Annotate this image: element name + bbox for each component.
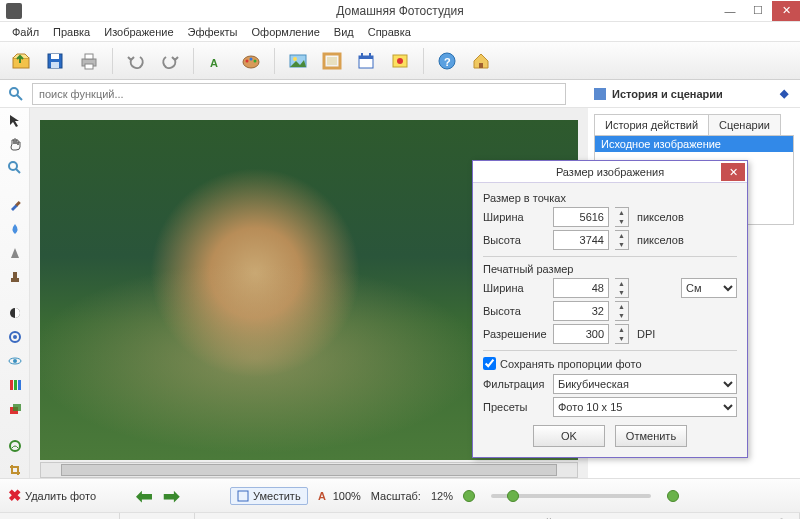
svg-rect-32 bbox=[11, 278, 19, 282]
frame-icon[interactable] bbox=[317, 46, 347, 76]
hand-tool-icon[interactable] bbox=[5, 136, 25, 152]
resolution-label: Разрешение bbox=[483, 328, 547, 340]
bottom-toolbar: ✖ Удалить фото ⬅ ➡ Уместить A 100% Масшт… bbox=[0, 478, 800, 512]
rgb-tool-icon[interactable] bbox=[5, 377, 25, 393]
dialog-close-button[interactable]: ✕ bbox=[721, 163, 745, 181]
home-icon[interactable] bbox=[466, 46, 496, 76]
height-cm-spinner[interactable]: ▲▼ bbox=[615, 301, 629, 321]
save-icon[interactable] bbox=[40, 46, 70, 76]
open-icon[interactable] bbox=[6, 46, 36, 76]
dialog-title: Размер изображения bbox=[556, 166, 664, 178]
menu-help[interactable]: Справка bbox=[362, 24, 417, 40]
adjust-tool-icon[interactable] bbox=[5, 329, 25, 345]
text-icon[interactable]: A bbox=[202, 46, 232, 76]
contrast-tool-icon[interactable] bbox=[5, 305, 25, 321]
unit-select[interactable]: См bbox=[681, 278, 737, 298]
svg-rect-39 bbox=[14, 380, 17, 390]
layers-tool-icon[interactable] bbox=[5, 401, 25, 417]
sharpen-tool-icon[interactable] bbox=[5, 245, 25, 261]
delete-photo-button[interactable]: ✖ Удалить фото bbox=[8, 486, 96, 505]
svg-rect-44 bbox=[238, 491, 248, 501]
menu-decorate[interactable]: Оформление bbox=[246, 24, 326, 40]
svg-rect-15 bbox=[327, 57, 337, 65]
height-px-spinner[interactable]: ▲▼ bbox=[615, 230, 629, 250]
menu-image[interactable]: Изображение bbox=[98, 24, 179, 40]
svg-rect-38 bbox=[10, 380, 13, 390]
undo-icon[interactable] bbox=[121, 46, 151, 76]
crop-tool-icon[interactable] bbox=[5, 462, 25, 478]
status-hint: Используйте колесо прокрутки для изменен… bbox=[195, 513, 800, 519]
tab-history[interactable]: История действий bbox=[594, 114, 709, 135]
eye-tool-icon[interactable] bbox=[5, 353, 25, 369]
menu-view[interactable]: Вид bbox=[328, 24, 360, 40]
svg-text:?: ? bbox=[444, 56, 451, 68]
scale-value: 12% bbox=[431, 490, 453, 502]
svg-line-26 bbox=[17, 95, 22, 100]
search-input[interactable] bbox=[32, 83, 566, 105]
prev-button[interactable]: ⬅ bbox=[136, 484, 153, 508]
svg-point-28 bbox=[9, 162, 17, 170]
brush-tool-icon[interactable] bbox=[5, 197, 25, 213]
search-icon bbox=[6, 84, 26, 104]
zoom-tool-icon[interactable] bbox=[5, 160, 25, 176]
app-title: Домашняя Фотостудия bbox=[0, 4, 800, 18]
keep-proportions-checkbox[interactable]: Сохранять пропорции фото bbox=[483, 357, 737, 370]
print-icon[interactable] bbox=[74, 46, 104, 76]
calendar-icon[interactable] bbox=[351, 46, 381, 76]
heal-tool-icon[interactable] bbox=[5, 438, 25, 454]
resolution-spinner[interactable]: ▲▼ bbox=[615, 324, 629, 344]
width-label: Ширина bbox=[483, 211, 547, 223]
x-icon: ✖ bbox=[8, 486, 21, 505]
svg-rect-31 bbox=[13, 272, 17, 278]
fit-button[interactable]: Уместить bbox=[230, 487, 308, 505]
preset-select[interactable]: Фото 10 x 15 bbox=[553, 397, 737, 417]
svg-rect-5 bbox=[85, 54, 93, 59]
horizontal-scrollbar[interactable] bbox=[40, 462, 578, 478]
cancel-button[interactable]: Отменить bbox=[615, 425, 687, 447]
next-button[interactable]: ➡ bbox=[163, 484, 180, 508]
menu-edit[interactable]: Правка bbox=[47, 24, 96, 40]
filter-select[interactable]: Бикубическая bbox=[553, 374, 737, 394]
svg-point-37 bbox=[13, 359, 17, 363]
width-px-spinner[interactable]: ▲▼ bbox=[615, 207, 629, 227]
help-icon[interactable]: ? bbox=[432, 46, 462, 76]
fit-icon bbox=[237, 490, 249, 502]
pixel-size-label: Размер в точках bbox=[483, 192, 737, 204]
tab-scenarios[interactable]: Сценарии bbox=[708, 114, 781, 135]
scale-label: Масштаб: bbox=[371, 490, 421, 502]
zoom-in-button[interactable] bbox=[667, 490, 679, 502]
menu-effects[interactable]: Эффекты bbox=[182, 24, 244, 40]
width-px-input[interactable] bbox=[553, 207, 609, 227]
zoom-100-button[interactable]: A 100% bbox=[318, 490, 361, 502]
history-item[interactable]: Исходное изображение bbox=[595, 136, 793, 152]
zoom-out-button[interactable] bbox=[463, 490, 475, 502]
redo-icon[interactable] bbox=[155, 46, 185, 76]
height-px-input[interactable] bbox=[553, 230, 609, 250]
height-cm-input[interactable] bbox=[553, 301, 609, 321]
svg-line-29 bbox=[16, 169, 20, 173]
card-icon[interactable] bbox=[385, 46, 415, 76]
drop-tool-icon[interactable] bbox=[5, 221, 25, 237]
zoom-slider[interactable] bbox=[491, 494, 651, 498]
photo-icon[interactable] bbox=[283, 46, 313, 76]
pin-icon[interactable]: ◆ bbox=[780, 87, 788, 100]
ok-button[interactable]: OK bbox=[533, 425, 605, 447]
pointer-tool-icon[interactable] bbox=[5, 112, 25, 128]
palette-icon[interactable] bbox=[236, 46, 266, 76]
stamp-tool-icon[interactable] bbox=[5, 269, 25, 285]
svg-rect-2 bbox=[51, 54, 59, 59]
svg-rect-42 bbox=[13, 404, 21, 411]
svg-point-10 bbox=[250, 57, 253, 60]
print-size-label: Печатный размер bbox=[483, 263, 737, 275]
left-toolbar bbox=[0, 108, 30, 478]
history-panel-title: История и сценарии ◆ bbox=[588, 83, 794, 104]
svg-point-35 bbox=[13, 335, 17, 339]
width-cm-input[interactable] bbox=[553, 278, 609, 298]
filter-label: Фильтрация bbox=[483, 378, 547, 390]
height-label: Высота bbox=[483, 234, 547, 246]
width-cm-spinner[interactable]: ▲▼ bbox=[615, 278, 629, 298]
menu-file[interactable]: Файл bbox=[6, 24, 45, 40]
resolution-input[interactable] bbox=[553, 324, 609, 344]
dialog-titlebar[interactable]: Размер изображения ✕ bbox=[473, 161, 747, 183]
svg-point-9 bbox=[246, 59, 249, 62]
